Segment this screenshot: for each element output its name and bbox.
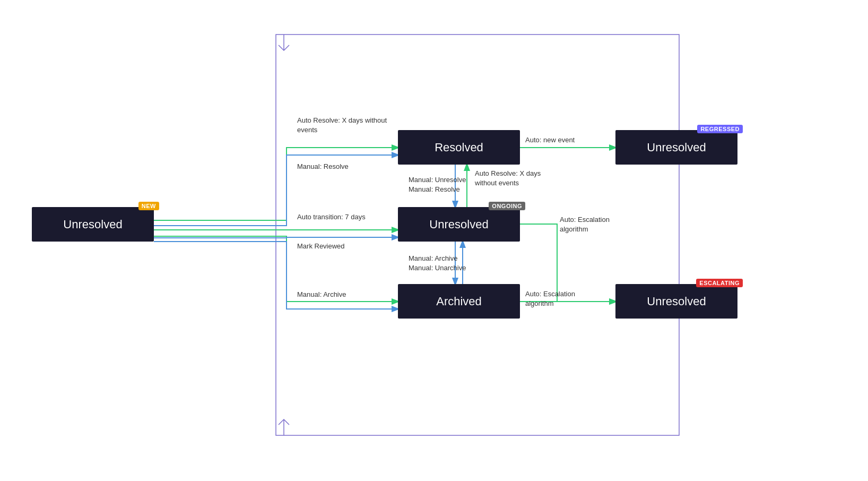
label-auto-resolve-right: Auto Resolve: X days without events (475, 169, 552, 187)
diagram-container: Unresolved NEW Resolved Unresolved ONGOI… (0, 0, 868, 481)
label-manual-archive-unarchive: Manual: Archive Manual: Unarchive (409, 254, 483, 272)
label-auto-resolve-top: Auto Resolve: X days without events (297, 116, 390, 134)
label-auto-escalation-archived: Auto: Escalation algorithm (525, 289, 605, 308)
node-resolved: Resolved (398, 130, 520, 165)
node-label: Unresolved (647, 295, 706, 308)
label-auto-escalation-ongoing: Auto: Escalation algorithm (560, 215, 639, 234)
badge-regressed: REGRESSED (697, 125, 743, 133)
node-archived: Archived (398, 284, 520, 319)
node-label: Resolved (435, 141, 483, 154)
badge-new: NEW (138, 202, 159, 210)
label-manual-unresolve-resolve: Manual: Unresolve Manual: Resolve (409, 175, 478, 194)
badge-ongoing: ONGOING (489, 202, 525, 210)
label-auto-new-event: Auto: new event (525, 135, 575, 145)
badge-escalating: ESCALATING (696, 279, 743, 287)
label-auto-transition: Auto transition: 7 days (297, 212, 366, 222)
node-unresolved-ongoing: Unresolved ONGOING (398, 207, 520, 242)
node-label: Archived (436, 295, 482, 308)
node-label: Unresolved (429, 218, 488, 231)
node-label: Unresolved (63, 218, 122, 231)
node-unresolved-regressed: Unresolved REGRESSED (615, 130, 737, 165)
node-unresolved-escalating: Unresolved ESCALATING (615, 284, 737, 319)
node-unresolved-new: Unresolved NEW (32, 207, 154, 242)
label-mark-reviewed: Mark Reviewed (297, 242, 345, 251)
label-manual-resolve: Manual: Resolve (297, 162, 349, 171)
label-manual-archive: Manual: Archive (297, 290, 346, 299)
node-label: Unresolved (647, 141, 706, 154)
